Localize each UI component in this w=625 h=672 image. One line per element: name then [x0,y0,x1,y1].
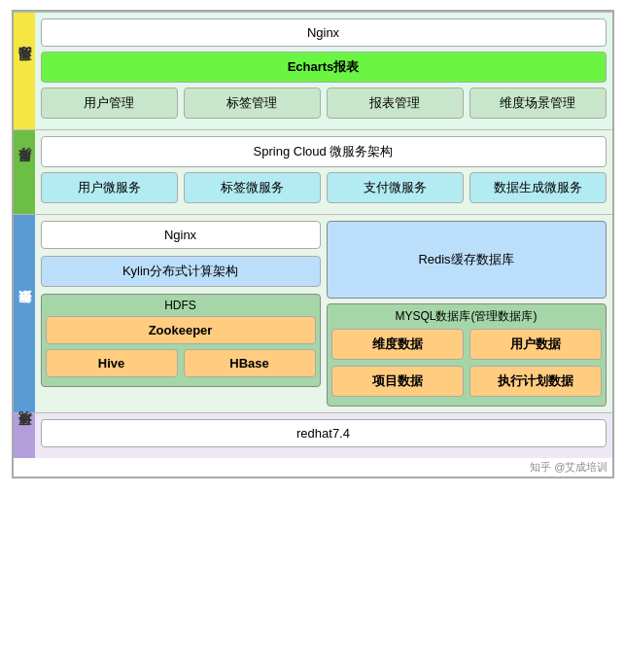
svc-pay: 支付微服务 [327,172,464,203]
svc-user: 用户微服务 [41,172,178,203]
biz-label: 业务展现层 [14,13,35,129]
env-content: redhat7.4 [35,413,612,458]
nginx-box-data: Nginx [41,221,321,249]
module-tag: 标签管理 [184,88,321,119]
biz-modules: 用户管理 标签管理 报表管理 维度场景管理 [41,88,607,119]
svc-tag: 标签微服务 [184,172,321,203]
env-label: 环境层 [14,413,35,458]
hbase-box: HBase [184,349,316,377]
mysql-data-grid: 维度数据 用户数据 项目数据 执行计划数据 [331,329,602,397]
module-user: 用户管理 [41,88,178,119]
redis-box: Redis缓存数据库 [327,221,607,299]
watermark: 知乎 @艾成培训 [14,458,612,477]
hive-box: Hive [46,349,178,377]
echarts-box: Echarts报表 [41,52,607,83]
data-content: Nginx Kylin分布式计算架构 HDFS Zookeeper Hive H… [35,215,612,412]
exec-data-box: 执行计划数据 [469,366,602,397]
svc-content: Spring Cloud 微服务架构 用户微服务 标签微服务 支付微服务 数据生… [35,130,612,214]
architecture-diagram: 业务展现层 Nginx Echarts报表 用户管理 标签管理 报表管理 维度场… [12,10,614,478]
biz-section: 业务展现层 Nginx Echarts报表 用户管理 标签管理 报表管理 维度场… [14,12,612,129]
hive-hbase-grid: Hive HBase [46,349,316,377]
dim-data-box: 维度数据 [331,329,464,360]
user-data-box: 用户数据 [469,329,602,360]
redhat-box: redhat7.4 [41,419,607,447]
biz-content: Nginx Echarts报表 用户管理 标签管理 报表管理 维度场景管理 [35,13,612,129]
svc-services: 用户微服务 标签微服务 支付微服务 数据生成微服务 [41,172,607,203]
kylin-box: Kylin分布式计算架构 [41,256,321,287]
data-inner: Nginx Kylin分布式计算架构 HDFS Zookeeper Hive H… [41,221,607,407]
data-section: 数据层 Nginx Kylin分布式计算架构 HDFS Zookeeper Hi… [14,214,612,412]
data-right: Redis缓存数据库 MYSQL数据库(管理数据库) 维度数据 用户数据 项目数… [327,221,607,407]
hdfs-block: HDFS Zookeeper Hive HBase [41,294,321,387]
data-label: 数据层 [14,215,35,412]
hdfs-title: HDFS [46,299,316,312]
project-data-box: 项目数据 [331,366,464,397]
zookeeper-box: Zookeeper [46,316,316,344]
nginx-box-biz: Nginx [41,18,607,47]
svc-label: 服务层 [14,130,35,214]
mysql-title: MYSQL数据库(管理数据库) [331,308,602,325]
spring-cloud-box: Spring Cloud 微服务架构 [41,136,607,167]
env-section: 环境层 redhat7.4 [14,412,612,458]
svc-section: 服务层 Spring Cloud 微服务架构 用户微服务 标签微服务 支付微服务… [14,129,612,214]
module-dimension: 维度场景管理 [469,88,607,119]
module-report: 报表管理 [327,88,464,119]
mysql-block: MYSQL数据库(管理数据库) 维度数据 用户数据 项目数据 执行计划数据 [327,303,607,407]
svc-datagen: 数据生成微服务 [469,172,607,203]
data-left: Nginx Kylin分布式计算架构 HDFS Zookeeper Hive H… [41,221,321,407]
